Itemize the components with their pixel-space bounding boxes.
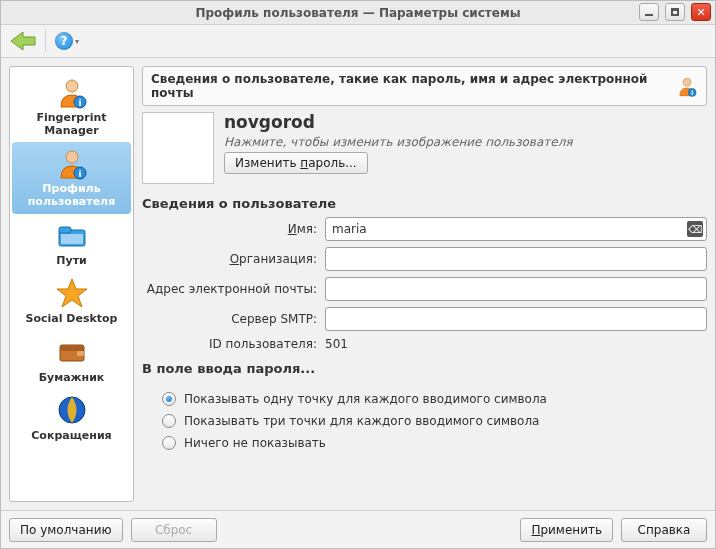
radio-option-three-dots[interactable]: Показывать три точки для каждого вводимо… (142, 410, 707, 432)
sidebar-item-label: Пути (14, 255, 129, 268)
svg-text:i: i (78, 98, 81, 108)
globe-icon (54, 392, 90, 428)
back-button[interactable] (9, 30, 37, 52)
org-input[interactable] (325, 247, 707, 271)
toolbar: ? ▾ (1, 25, 715, 58)
person-info-icon: i (676, 75, 698, 97)
svg-marker-10 (57, 279, 87, 307)
radio-label: Показывать три точки для каждого вводимо… (184, 414, 539, 428)
help-menu-button[interactable]: ? ▾ (54, 30, 80, 52)
radio-option-none[interactable]: Ничего не показывать (142, 432, 707, 454)
radio-icon (162, 436, 176, 450)
reset-button[interactable]: Сброс (131, 518, 217, 542)
close-button[interactable]: ✕ (691, 3, 711, 21)
clear-name-button[interactable]: ⌫ (687, 221, 703, 237)
radio-icon (162, 414, 176, 428)
chevron-down-icon: ▾ (75, 37, 79, 46)
help-button[interactable]: Справка (621, 518, 707, 542)
svg-point-4 (66, 151, 78, 163)
svg-marker-0 (11, 32, 35, 50)
star-icon (54, 275, 90, 311)
sidebar-item-social-desktop[interactable]: Social Desktop (12, 272, 131, 331)
toolbar-separator (45, 30, 46, 52)
maximize-button[interactable] (665, 3, 685, 21)
folder-icon (54, 217, 90, 253)
sidebar-item-label: Профиль пользователя (14, 183, 129, 208)
email-input[interactable] (325, 277, 707, 301)
sidebar-item-shortcuts[interactable]: Сокращения (12, 389, 131, 448)
svg-text:i: i (78, 169, 81, 179)
label-smtp: Сервер SMTP: (142, 312, 317, 326)
sidebar: i Fingerprint Manager i Профиль пользова… (9, 66, 134, 502)
help-icon: ? (55, 32, 73, 50)
section-user-details: Сведения о пользователе (142, 196, 707, 211)
sidebar-item-fingerprint[interactable]: i Fingerprint Manager (12, 71, 131, 142)
radio-label: Показывать одну точку для каждого вводим… (184, 392, 547, 406)
apply-button[interactable]: Применить (520, 518, 613, 542)
svg-rect-9 (61, 234, 83, 244)
sidebar-item-label: Social Desktop (14, 313, 129, 326)
sidebar-item-paths[interactable]: Пути (12, 214, 131, 273)
user-name: novgorod (224, 112, 573, 132)
label-name: Имя: (142, 222, 317, 236)
sidebar-item-wallet[interactable]: Бумажник (12, 331, 131, 390)
svg-rect-12 (60, 345, 84, 351)
label-org: Организация: (142, 252, 317, 266)
minimize-button[interactable] (639, 3, 659, 21)
svg-point-15 (683, 78, 691, 86)
user-avatar-hint: Нажмите, чтобы изменить изображение поль… (224, 135, 573, 149)
svg-rect-8 (59, 227, 71, 233)
radio-icon (162, 392, 176, 406)
name-input[interactable] (325, 217, 707, 241)
radio-label: Ничего не показывать (184, 436, 326, 450)
person-icon: i (54, 74, 90, 110)
sidebar-item-label: Fingerprint Manager (14, 112, 129, 137)
label-uid: ID пользователя: (142, 337, 317, 351)
change-password-button[interactable]: Изменить пароль... (224, 152, 368, 174)
smtp-input[interactable] (325, 307, 707, 331)
info-banner-text: Сведения о пользователе, такие как парол… (151, 72, 668, 100)
sidebar-item-label: Сокращения (14, 430, 129, 443)
window-title: Профиль пользователя — Параметры системы (1, 6, 715, 20)
titlebar: Профиль пользователя — Параметры системы… (1, 1, 715, 25)
main-panel: Сведения о пользователе, такие как парол… (142, 66, 707, 502)
svg-rect-13 (77, 351, 84, 356)
person-icon: i (54, 145, 90, 181)
sidebar-item-user-profile[interactable]: i Профиль пользователя (12, 142, 131, 213)
svg-text:i: i (691, 90, 693, 96)
wallet-icon (54, 334, 90, 370)
bottom-bar: По умолчанию Сброс Применить Справка (1, 510, 715, 548)
sidebar-item-label: Бумажник (14, 372, 129, 385)
defaults-button[interactable]: По умолчанию (9, 518, 123, 542)
user-avatar[interactable] (142, 112, 214, 184)
info-banner: Сведения о пользователе, такие как парол… (142, 66, 707, 106)
svg-point-1 (66, 80, 78, 92)
uid-value: 501 (325, 337, 707, 351)
label-email: Адрес электронной почты: (142, 282, 317, 296)
radio-option-one-dot[interactable]: Показывать одну точку для каждого вводим… (142, 388, 707, 410)
section-password-field: В поле ввода пароля... (142, 361, 707, 376)
